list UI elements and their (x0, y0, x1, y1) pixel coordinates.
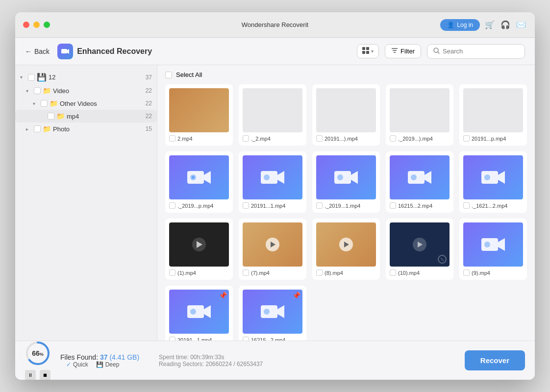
file-card-4[interactable]: ._2019...).mp4 (386, 84, 453, 146)
file-name-7: 20191...1.mp4 (251, 203, 285, 209)
file-label-14: (10).mp4 (390, 270, 450, 276)
other-videos-label: Other Videos (60, 100, 144, 107)
back-button[interactable]: ← Back (25, 48, 50, 55)
file-thumbnail-16: 📌 (169, 290, 229, 334)
file-checkbox-14[interactable] (390, 270, 396, 276)
arrow-icon: ▾ (20, 74, 26, 80)
drive-icon: 💾 (37, 73, 47, 82)
checkbox-photo[interactable] (34, 125, 41, 132)
file-checkbox-12[interactable] (243, 270, 249, 276)
folder-icon: 📁 (56, 112, 65, 120)
svg-line-10 (438, 52, 440, 54)
hdd-icon: 💾 (96, 361, 103, 368)
search-icon (433, 47, 440, 56)
file-name-12: (7).mp4 (251, 270, 270, 276)
file-checkbox-3[interactable] (316, 135, 323, 142)
svg-marker-19 (351, 171, 358, 184)
maximize-button[interactable] (44, 22, 50, 28)
select-all-checkbox[interactable] (165, 72, 172, 78)
file-name-5: 20191...p.mp4 (472, 136, 506, 142)
file-name-1: 2.mp4 (177, 136, 193, 142)
file-checkbox-5[interactable] (463, 135, 470, 142)
file-card-9[interactable]: 16215...2.mp4 (386, 151, 453, 213)
sidebar-item-photo[interactable]: ▸ 📁 Photo 15 (15, 122, 157, 135)
file-checkbox-8[interactable] (316, 202, 323, 209)
file-card-15[interactable]: (9).mp4 (459, 219, 527, 280)
cart-icon[interactable]: 🛒 (484, 19, 496, 31)
file-card-5[interactable]: 20191...p.mp4 (459, 84, 527, 146)
headset-icon[interactable]: 🎧 (500, 19, 511, 31)
grid-icon (362, 47, 369, 55)
checkbox-root[interactable] (28, 74, 35, 81)
files-found-text: Files Found: 37 (4.41 GB) (60, 353, 139, 361)
filter-button[interactable]: Filter (385, 44, 421, 58)
sidebar-item-other-videos[interactable]: ▾ 📁 Other Videos 22 (15, 97, 157, 110)
view-toggle-button[interactable]: ▾ (357, 44, 379, 58)
close-button[interactable] (23, 22, 29, 28)
photo-count: 15 (146, 125, 152, 132)
app-window: Wondershare Recoverit 👤 Log in 🛒 🎧 ✉️ ← … (15, 12, 535, 380)
checkbox-video[interactable] (34, 87, 41, 94)
file-thumbnail-9 (390, 155, 450, 199)
file-card-11[interactable]: (1).mp4 (165, 219, 233, 280)
file-card-10[interactable]: ._1621...2.mp4 (459, 151, 527, 213)
file-thumbnail-7 (243, 155, 302, 199)
file-checkbox-15[interactable] (463, 270, 470, 276)
file-checkbox-2[interactable] (243, 135, 249, 142)
enhanced-recovery-icon (57, 44, 73, 59)
reading-sectors: Reading Sectors: 20660224 / 62653437 (159, 361, 263, 368)
file-card-14[interactable]: (10).mp4 (386, 219, 453, 280)
file-checkbox-16[interactable] (169, 337, 175, 341)
file-checkbox-7[interactable] (243, 202, 249, 209)
file-thumbnail-17: 📌 (243, 290, 302, 334)
svg-marker-22 (425, 171, 431, 184)
mp4-count: 22 (146, 113, 152, 120)
login-button[interactable]: 👤 Log in (440, 19, 480, 31)
bottom-bar: 66% ⏸ ⏹ Files Found: 37 (4.41 GB) ✓ Quic… (15, 341, 535, 380)
file-name-9: 16215...2.mp4 (398, 203, 432, 209)
file-label-17: 16215...2.mp4 (243, 337, 302, 341)
file-card-6[interactable]: ._2019...p.mp4 (165, 151, 233, 213)
file-checkbox-6[interactable] (169, 202, 175, 209)
file-checkbox-4[interactable] (390, 135, 396, 142)
file-card-16[interactable]: 📌 20191...1.mp4 (165, 286, 233, 341)
file-card-7[interactable]: 20191...1.mp4 (239, 151, 306, 213)
mail-icon[interactable]: ✉️ (515, 19, 527, 31)
file-name-8: ._2019...1.mp4 (325, 203, 360, 209)
file-thumbnail-5 (463, 88, 523, 132)
file-grid: 2.mp4 ._2.mp4 (165, 84, 527, 341)
dropdown-arrow-icon: ▾ (371, 49, 374, 54)
pause-button[interactable]: ⏸ (25, 370, 36, 380)
file-checkbox-13[interactable] (316, 270, 323, 276)
file-checkbox-1[interactable] (169, 135, 175, 142)
sidebar-item-root[interactable]: ▾ 💾 12 37 (15, 70, 157, 84)
stop-button[interactable]: ⏹ (40, 370, 50, 380)
file-label-5: 20191...p.mp4 (463, 135, 523, 142)
file-card-1[interactable]: 2.mp4 (165, 84, 233, 146)
file-card-3[interactable]: 20191...).mp4 (312, 84, 380, 146)
file-card-2[interactable]: ._2.mp4 (239, 84, 306, 146)
file-card-13[interactable]: (8).mp4 (312, 219, 380, 280)
file-card-8[interactable]: ._2019...1.mp4 (312, 151, 380, 213)
svg-marker-1 (67, 49, 69, 54)
file-thumbnail-3 (316, 88, 376, 132)
file-checkbox-11[interactable] (169, 270, 175, 276)
file-card-12[interactable]: (7).mp4 (239, 219, 306, 280)
mp4-label: mp4 (67, 113, 144, 120)
files-info-section: Files Found: 37 (4.41 GB) ✓ Quick 💾 Deep (60, 353, 139, 368)
file-checkbox-9[interactable] (390, 202, 396, 209)
file-checkbox-10[interactable] (463, 202, 470, 209)
search-input[interactable] (443, 48, 519, 55)
file-label-8: ._2019...1.mp4 (316, 202, 376, 209)
file-checkbox-17[interactable] (243, 337, 249, 341)
folder-icon: 📁 (43, 87, 51, 95)
recover-button[interactable]: Recover (465, 350, 525, 370)
sidebar-item-video[interactable]: ▾ 📁 Video 22 (15, 84, 157, 97)
file-name-17: 16215...2.mp4 (251, 337, 285, 341)
checkbox-mp4[interactable] (48, 113, 54, 120)
minimize-button[interactable] (33, 22, 40, 28)
checkbox-other-videos[interactable] (41, 100, 48, 107)
sidebar-item-mp4[interactable]: ▸ 📁 mp4 22 (15, 110, 157, 122)
file-card-17[interactable]: 📌 16215...2.mp4 (239, 286, 306, 341)
titlebar: Wondershare Recoverit 👤 Log in 🛒 🎧 ✉️ (15, 12, 535, 38)
